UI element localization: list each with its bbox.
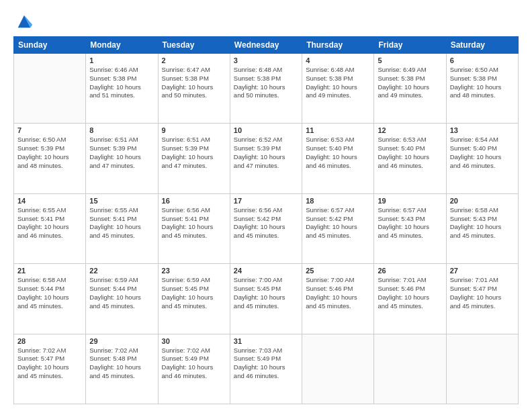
day-number: 29 (89, 337, 154, 345)
day-info: Sunrise: 7:02 AM Sunset: 5:49 PM Dayligh… (162, 347, 226, 381)
day-info: Sunrise: 6:58 AM Sunset: 5:44 PM Dayligh… (17, 276, 82, 310)
day-info: Sunrise: 6:56 AM Sunset: 5:41 PM Dayligh… (162, 206, 226, 240)
day-info: Sunrise: 7:03 AM Sunset: 5:49 PM Dayligh… (234, 347, 298, 381)
calendar-cell: 8Sunrise: 6:51 AM Sunset: 5:39 PM Daylig… (86, 124, 158, 193)
calendar-cell: 4Sunrise: 6:48 AM Sunset: 5:38 PM Daylig… (302, 54, 374, 124)
day-info: Sunrise: 6:51 AM Sunset: 5:39 PM Dayligh… (89, 136, 154, 170)
calendar-cell (302, 334, 374, 404)
week-row-4: 21Sunrise: 6:58 AM Sunset: 5:44 PM Dayli… (14, 264, 519, 334)
calendar-cell: 16Sunrise: 6:56 AM Sunset: 5:41 PM Dayli… (158, 193, 230, 263)
calendar-cell: 22Sunrise: 6:59 AM Sunset: 5:44 PM Dayli… (86, 264, 158, 334)
day-info: Sunrise: 7:02 AM Sunset: 5:48 PM Dayligh… (89, 347, 154, 381)
day-number: 16 (162, 197, 226, 205)
week-row-1: 1Sunrise: 6:46 AM Sunset: 5:38 PM Daylig… (14, 54, 519, 124)
calendar-cell: 28Sunrise: 7:02 AM Sunset: 5:47 PM Dayli… (14, 334, 86, 404)
weekday-header-sunday: Sunday (14, 37, 86, 54)
day-number: 9 (162, 126, 226, 134)
calendar-cell: 14Sunrise: 6:55 AM Sunset: 5:41 PM Dayli… (14, 193, 86, 263)
calendar-cell: 7Sunrise: 6:50 AM Sunset: 5:39 PM Daylig… (14, 124, 86, 193)
day-info: Sunrise: 6:55 AM Sunset: 5:41 PM Dayligh… (17, 206, 82, 240)
week-row-5: 28Sunrise: 7:02 AM Sunset: 5:47 PM Dayli… (14, 334, 519, 404)
day-number: 7 (17, 126, 82, 134)
calendar-cell: 19Sunrise: 6:57 AM Sunset: 5:43 PM Dayli… (374, 193, 446, 263)
day-number: 13 (450, 126, 515, 134)
calendar-cell: 6Sunrise: 6:50 AM Sunset: 5:38 PM Daylig… (446, 54, 518, 124)
day-number: 1 (89, 56, 154, 64)
calendar-cell: 12Sunrise: 6:53 AM Sunset: 5:40 PM Dayli… (374, 124, 446, 193)
day-info: Sunrise: 6:57 AM Sunset: 5:42 PM Dayligh… (306, 206, 370, 240)
calendar-cell: 30Sunrise: 7:02 AM Sunset: 5:49 PM Dayli… (158, 334, 230, 404)
day-info: Sunrise: 6:50 AM Sunset: 5:38 PM Dayligh… (450, 66, 515, 100)
day-number: 27 (450, 267, 515, 275)
day-number: 26 (378, 267, 442, 275)
day-info: Sunrise: 6:49 AM Sunset: 5:38 PM Dayligh… (378, 66, 442, 100)
day-info: Sunrise: 6:54 AM Sunset: 5:40 PM Dayligh… (450, 136, 515, 170)
day-number: 14 (17, 197, 82, 205)
day-number: 5 (378, 56, 442, 64)
day-info: Sunrise: 7:00 AM Sunset: 5:46 PM Dayligh… (306, 276, 370, 310)
day-number: 11 (306, 126, 370, 134)
day-info: Sunrise: 6:57 AM Sunset: 5:43 PM Dayligh… (378, 206, 442, 240)
day-number: 20 (450, 197, 515, 205)
calendar-cell: 24Sunrise: 7:00 AM Sunset: 5:45 PM Dayli… (230, 264, 302, 334)
day-number: 18 (306, 197, 370, 205)
day-number: 10 (234, 126, 298, 134)
day-number: 2 (162, 56, 226, 64)
calendar-cell: 3Sunrise: 6:48 AM Sunset: 5:38 PM Daylig… (230, 54, 302, 124)
calendar-page: SundayMondayTuesdayWednesdayThursdayFrid… (0, 0, 532, 411)
calendar-cell: 20Sunrise: 6:58 AM Sunset: 5:43 PM Dayli… (446, 193, 518, 263)
week-row-3: 14Sunrise: 6:55 AM Sunset: 5:41 PM Dayli… (14, 193, 519, 263)
day-number: 21 (17, 267, 82, 275)
day-info: Sunrise: 7:01 AM Sunset: 5:46 PM Dayligh… (378, 276, 442, 310)
day-info: Sunrise: 7:00 AM Sunset: 5:45 PM Dayligh… (234, 276, 298, 310)
weekday-header-friday: Friday (374, 37, 446, 54)
day-info: Sunrise: 7:01 AM Sunset: 5:47 PM Dayligh… (450, 276, 515, 310)
calendar-cell: 5Sunrise: 6:49 AM Sunset: 5:38 PM Daylig… (374, 54, 446, 124)
weekday-header-saturday: Saturday (446, 37, 518, 54)
day-number: 31 (234, 337, 298, 345)
day-info: Sunrise: 6:55 AM Sunset: 5:41 PM Dayligh… (89, 206, 154, 240)
calendar-cell: 10Sunrise: 6:52 AM Sunset: 5:39 PM Dayli… (230, 124, 302, 193)
calendar-cell: 31Sunrise: 7:03 AM Sunset: 5:49 PM Dayli… (230, 334, 302, 404)
calendar-cell: 27Sunrise: 7:01 AM Sunset: 5:47 PM Dayli… (446, 264, 518, 334)
day-number: 19 (378, 197, 442, 205)
header (13, 12, 519, 31)
day-info: Sunrise: 6:50 AM Sunset: 5:39 PM Dayligh… (17, 136, 82, 170)
day-number: 28 (17, 337, 82, 345)
day-number: 15 (89, 197, 154, 205)
day-info: Sunrise: 6:53 AM Sunset: 5:40 PM Dayligh… (306, 136, 370, 170)
weekday-header-monday: Monday (86, 37, 158, 54)
calendar-cell (374, 334, 446, 404)
calendar-cell: 18Sunrise: 6:57 AM Sunset: 5:42 PM Dayli… (302, 193, 374, 263)
logo-icon (15, 12, 34, 31)
day-number: 25 (306, 267, 370, 275)
day-info: Sunrise: 6:56 AM Sunset: 5:42 PM Dayligh… (234, 206, 298, 240)
day-info: Sunrise: 6:58 AM Sunset: 5:43 PM Dayligh… (450, 206, 515, 240)
calendar-cell: 17Sunrise: 6:56 AM Sunset: 5:42 PM Dayli… (230, 193, 302, 263)
day-number: 17 (234, 197, 298, 205)
day-info: Sunrise: 6:52 AM Sunset: 5:39 PM Dayligh… (234, 136, 298, 170)
day-number: 24 (234, 267, 298, 275)
calendar-cell (446, 334, 518, 404)
day-number: 30 (162, 337, 226, 345)
weekday-header-wednesday: Wednesday (230, 37, 302, 54)
day-number: 3 (234, 56, 298, 64)
day-info: Sunrise: 6:53 AM Sunset: 5:40 PM Dayligh… (378, 136, 442, 170)
calendar-cell: 9Sunrise: 6:51 AM Sunset: 5:39 PM Daylig… (158, 124, 230, 193)
calendar-cell: 25Sunrise: 7:00 AM Sunset: 5:46 PM Dayli… (302, 264, 374, 334)
calendar-cell: 2Sunrise: 6:47 AM Sunset: 5:38 PM Daylig… (158, 54, 230, 124)
calendar-cell: 29Sunrise: 7:02 AM Sunset: 5:48 PM Dayli… (86, 334, 158, 404)
calendar-cell: 13Sunrise: 6:54 AM Sunset: 5:40 PM Dayli… (446, 124, 518, 193)
day-info: Sunrise: 6:46 AM Sunset: 5:38 PM Dayligh… (89, 66, 154, 100)
calendar-cell: 26Sunrise: 7:01 AM Sunset: 5:46 PM Dayli… (374, 264, 446, 334)
day-info: Sunrise: 6:59 AM Sunset: 5:44 PM Dayligh… (89, 276, 154, 310)
calendar-table: SundayMondayTuesdayWednesdayThursdayFrid… (13, 36, 519, 404)
day-number: 6 (450, 56, 515, 64)
day-number: 8 (89, 126, 154, 134)
calendar-cell: 23Sunrise: 6:59 AM Sunset: 5:45 PM Dayli… (158, 264, 230, 334)
calendar-cell: 15Sunrise: 6:55 AM Sunset: 5:41 PM Dayli… (86, 193, 158, 263)
calendar-cell: 21Sunrise: 6:58 AM Sunset: 5:44 PM Dayli… (14, 264, 86, 334)
day-info: Sunrise: 6:47 AM Sunset: 5:38 PM Dayligh… (162, 66, 226, 100)
day-info: Sunrise: 6:59 AM Sunset: 5:45 PM Dayligh… (162, 276, 226, 310)
day-info: Sunrise: 6:48 AM Sunset: 5:38 PM Dayligh… (306, 66, 370, 100)
